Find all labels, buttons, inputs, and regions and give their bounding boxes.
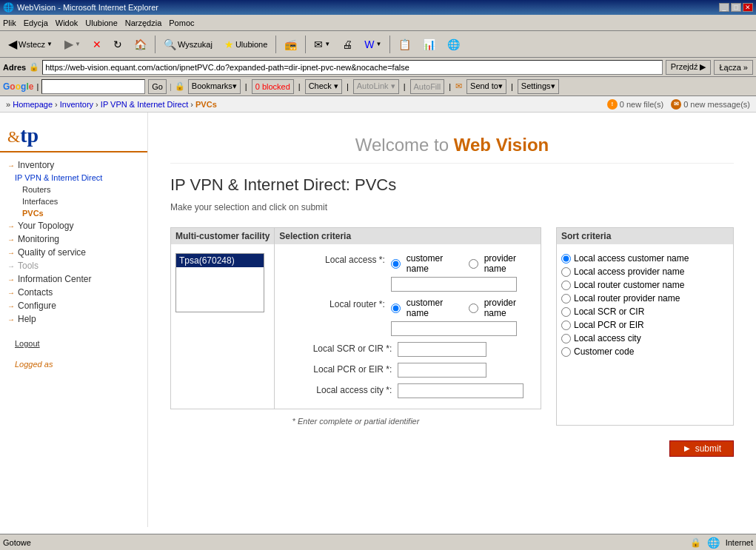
address-input[interactable] — [42, 60, 663, 75]
network-button[interactable]: 🌐 — [442, 34, 465, 55]
sort-radio-4[interactable] — [561, 307, 571, 317]
local-city-field — [398, 383, 523, 398]
local-router-customer-radio[interactable] — [391, 303, 401, 313]
maximize-btn[interactable]: □ — [731, 3, 741, 12]
local-router-provider-radio[interactable] — [469, 303, 478, 313]
form-container: Multi-customer facility Tpsa(670248) Sel… — [170, 227, 734, 426]
search-button[interactable]: 🔍 Wyszukaj — [158, 34, 218, 55]
arrow-icon-contacts: → — [7, 289, 15, 297]
sort-radio-1[interactable] — [561, 267, 571, 277]
local-access-customer-radio[interactable] — [391, 259, 401, 269]
logout-link[interactable]: Logout — [15, 339, 40, 348]
menu-plik[interactable]: Plik — [3, 19, 16, 27]
welcome-text: Welcome to Web Vision — [355, 135, 549, 155]
facility-list-container: Tpsa(670248) — [171, 249, 274, 324]
print-button[interactable]: 🖨 — [337, 34, 358, 55]
sort-radio-6[interactable] — [561, 334, 571, 343]
home-button[interactable]: 🏠 — [129, 34, 152, 55]
links-button[interactable]: Łącza » — [714, 60, 753, 75]
local-pcr-row: Local PCR or EIR *: — [279, 363, 536, 378]
local-access-input[interactable] — [391, 277, 517, 292]
go-button[interactable]: Przejdź ▶ — [666, 60, 712, 75]
google-search-input[interactable] — [41, 79, 145, 94]
sidebar-item-tools[interactable]: → Tools — [0, 259, 147, 272]
sort-section: Sort criteria Local access customer name… — [556, 227, 734, 426]
local-pcr-field — [398, 363, 486, 378]
local-access-provider-radio[interactable] — [469, 259, 478, 269]
bookmarks-button[interactable]: Bookmarks▾ — [188, 79, 241, 94]
stop-button[interactable]: ✕ — [87, 34, 107, 55]
sort-item-3: Local router provider name — [561, 293, 729, 303]
menu-narzedzia[interactable]: Narzędzia — [125, 19, 162, 27]
autofill-button[interactable]: AutoFill — [410, 79, 445, 94]
favorites-button[interactable]: ★ Ulubione — [219, 34, 272, 55]
minimize-btn[interactable]: _ — [719, 3, 729, 12]
autolink-button[interactable]: AutoLink ▾ — [353, 79, 399, 94]
ipvpn-label: IP VPN & Internet Direct — [15, 173, 102, 182]
toolbar: ◀ Wstecz ▼ ▶ ▼ ✕ ↻ 🏠 🔍 Wyszukaj ★ Ulubio… — [0, 31, 756, 58]
close-btn[interactable]: ✕ — [743, 3, 753, 12]
local-router-label: Local router *: — [279, 298, 390, 309]
topology-label: Your Topology — [18, 221, 73, 231]
sidebar-item-pvcs[interactable]: PVCs — [0, 207, 147, 219]
breadcrumb-inventory[interactable]: Inventory — [60, 100, 93, 109]
sidebar-item-inventory[interactable]: → Inventory — [0, 158, 147, 172]
arrow-icon-topology: → — [7, 222, 15, 230]
sidebar-item-monitoring[interactable]: → Monitoring — [0, 232, 147, 246]
sidebar-item-configure[interactable]: → Configure — [0, 299, 147, 312]
settings-button[interactable]: Settings▾ — [518, 79, 559, 94]
selection-title: Selection criteria — [275, 228, 541, 244]
media-button[interactable]: 📻 — [279, 34, 302, 55]
local-router-input[interactable] — [391, 321, 517, 336]
refresh-button[interactable]: ↻ — [108, 34, 127, 55]
clip-button[interactable]: 📋 — [393, 34, 416, 55]
help-label: Help — [18, 314, 36, 324]
sidebar-item-topology[interactable]: → Your Topology — [0, 219, 147, 232]
sort-radio-2[interactable] — [561, 281, 571, 290]
sidebar-item-ipvpn[interactable]: IP VPN & Internet Direct — [0, 172, 147, 184]
check-button[interactable]: Check ▾ — [305, 79, 342, 94]
forward-button[interactable]: ▶ ▼ — [59, 34, 86, 55]
breadcrumb-section[interactable]: IP VPN & Internet Direct — [101, 100, 188, 109]
mail-button[interactable]: ✉ ▼ — [309, 34, 335, 55]
sidebar-item-contacts[interactable]: → Contacts — [0, 286, 147, 299]
research-button[interactable]: 📊 — [418, 34, 441, 55]
local-city-input[interactable] — [398, 383, 523, 398]
info-center-label: Information Center — [18, 274, 91, 284]
sort-radio-7[interactable] — [561, 347, 571, 357]
back-button[interactable]: ◀ Wstecz ▼ — [3, 34, 58, 55]
local-access-radio-group: customer name provider name — [391, 253, 536, 274]
sort-radio-5[interactable] — [561, 321, 571, 330]
sort-label-4: Local SCR or CIR — [574, 306, 644, 317]
facility-item[interactable]: Tpsa(670248) — [176, 254, 264, 267]
menu-ulubione[interactable]: Ulubione — [85, 19, 117, 27]
local-pcr-input[interactable] — [398, 363, 486, 378]
submit-button[interactable]: ▶ submit — [669, 440, 734, 457]
sendto-button[interactable]: Send to▾ — [466, 79, 506, 94]
breadcrumb-home[interactable]: Homepage — [13, 100, 53, 109]
sidebar-item-interfaces[interactable]: Interfaces — [0, 195, 147, 207]
sort-radio-3[interactable] — [561, 294, 571, 303]
local-scr-input[interactable] — [398, 342, 486, 357]
local-router-radio-group: customer name provider name — [391, 298, 536, 318]
router-provider-name-label: provider name — [484, 298, 536, 318]
google-go-button[interactable]: Go — [148, 79, 167, 94]
word-button[interactable]: W ▼ — [359, 34, 387, 55]
address-label: Adres — [3, 63, 26, 72]
sort-label-0: Local access customer name — [574, 253, 689, 264]
sort-label-7: Customer code — [574, 346, 634, 357]
menu-pomoc[interactable]: Pomoc — [169, 19, 194, 27]
blocked-button[interactable]: 0 blocked — [252, 79, 294, 94]
sidebar-item-help[interactable]: → Help — [0, 312, 147, 326]
sidebar-item-routers[interactable]: Routers — [0, 184, 147, 195]
sidebar-item-qos[interactable]: → Quality of service — [0, 246, 147, 259]
sidebar-item-info-center[interactable]: → Information Center — [0, 272, 147, 286]
contacts-label: Contacts — [18, 287, 53, 298]
menu-edycja[interactable]: Edycja — [24, 19, 48, 27]
multi-customer-section: Multi-customer facility Tpsa(670248) — [171, 228, 275, 409]
menu-widok[interactable]: Widok — [56, 19, 78, 27]
selection-form: Local access *: customer name provider n… — [275, 249, 541, 409]
sort-radio-0[interactable] — [561, 254, 571, 264]
header-area: Welcome to Web Vision — [170, 127, 734, 164]
local-scr-label: Local SCR or CIR *: — [279, 342, 398, 354]
